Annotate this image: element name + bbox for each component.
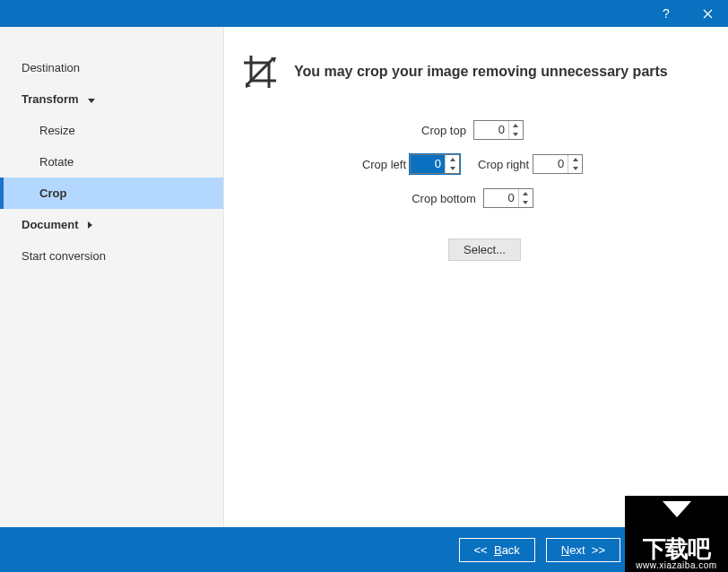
footer: << Back Next >> xyxy=(0,527,728,572)
sidebar-item-label: Document xyxy=(22,218,79,231)
chevron-down-icon xyxy=(84,92,95,106)
crop-icon xyxy=(242,54,278,90)
sidebar-item-label: Resize xyxy=(39,124,75,137)
sidebar-item-crop[interactable]: Crop xyxy=(0,178,223,209)
crop-left-value[interactable]: 0 xyxy=(411,155,445,173)
spin-down-icon[interactable] xyxy=(568,164,582,173)
help-button[interactable]: ? xyxy=(646,0,687,27)
spin-up-icon[interactable] xyxy=(446,155,459,164)
sidebar-item-label: Transform xyxy=(22,92,79,106)
sidebar-item-resize[interactable]: Resize xyxy=(0,115,223,146)
sidebar-item-label: Start conversion xyxy=(22,249,106,263)
titlebar: ? xyxy=(0,0,728,27)
crop-bottom-label: Crop bottom xyxy=(412,192,476,205)
spin-up-icon[interactable] xyxy=(519,189,533,198)
spin-down-icon[interactable] xyxy=(509,130,523,139)
crop-left-spinner[interactable]: 0 xyxy=(410,154,460,174)
spinner-buttons xyxy=(445,155,459,173)
next-button[interactable]: Next >> xyxy=(546,538,620,562)
spin-down-icon[interactable] xyxy=(446,164,459,173)
start-button[interactable]: STA xyxy=(646,539,719,563)
spin-up-icon[interactable] xyxy=(568,155,582,164)
sidebar-item-start-conversion[interactable]: Start conversion xyxy=(0,240,223,272)
crop-right-value[interactable]: 0 xyxy=(533,155,568,173)
crop-right-spinner[interactable]: 0 xyxy=(533,154,583,174)
back-label: B xyxy=(494,543,502,557)
crop-left-label: Crop left xyxy=(362,158,406,171)
sidebar-item-destination[interactable]: Destination xyxy=(0,52,223,83)
sidebar-item-rotate[interactable]: Rotate xyxy=(0,146,223,178)
spin-down-icon[interactable] xyxy=(519,198,533,207)
page-title: You may crop your image removing unneces… xyxy=(294,64,668,80)
start-label: S xyxy=(672,544,680,558)
spinner-buttons xyxy=(508,121,523,139)
crop-top-label: Crop top xyxy=(421,124,466,137)
spin-up-icon[interactable] xyxy=(509,121,523,130)
sidebar-item-transform[interactable]: Transform xyxy=(0,83,223,115)
select-button[interactable]: Select... xyxy=(448,238,521,261)
help-icon: ? xyxy=(663,6,670,21)
crop-right-label: Crop right xyxy=(478,158,529,171)
main-area: Destination Transform Resize Rotate Crop… xyxy=(0,27,728,527)
content-pane: You may crop your image removing unneces… xyxy=(224,27,728,527)
close-button[interactable] xyxy=(687,0,728,27)
next-label: N xyxy=(561,543,569,557)
crop-bottom-spinner[interactable]: 0 xyxy=(483,188,533,208)
close-icon xyxy=(703,9,713,19)
sidebar: Destination Transform Resize Rotate Crop… xyxy=(0,27,224,527)
sidebar-item-document[interactable]: Document xyxy=(0,209,223,240)
crop-controls: Crop top 0 Crop left 0 xyxy=(320,120,625,208)
crop-bottom-value[interactable]: 0 xyxy=(484,189,518,207)
crop-top-value[interactable]: 0 xyxy=(474,121,508,139)
heading-row: You may crop your image removing unneces… xyxy=(242,54,703,90)
chevron-right-icon xyxy=(84,218,92,231)
spinner-buttons xyxy=(568,155,582,173)
sidebar-item-label: Rotate xyxy=(39,155,74,169)
back-button[interactable]: << Back xyxy=(459,538,535,562)
spinner-buttons xyxy=(518,189,533,207)
sidebar-item-label: Destination xyxy=(22,61,80,74)
sidebar-item-label: Crop xyxy=(39,186,66,200)
crop-top-spinner[interactable]: 0 xyxy=(473,120,524,140)
